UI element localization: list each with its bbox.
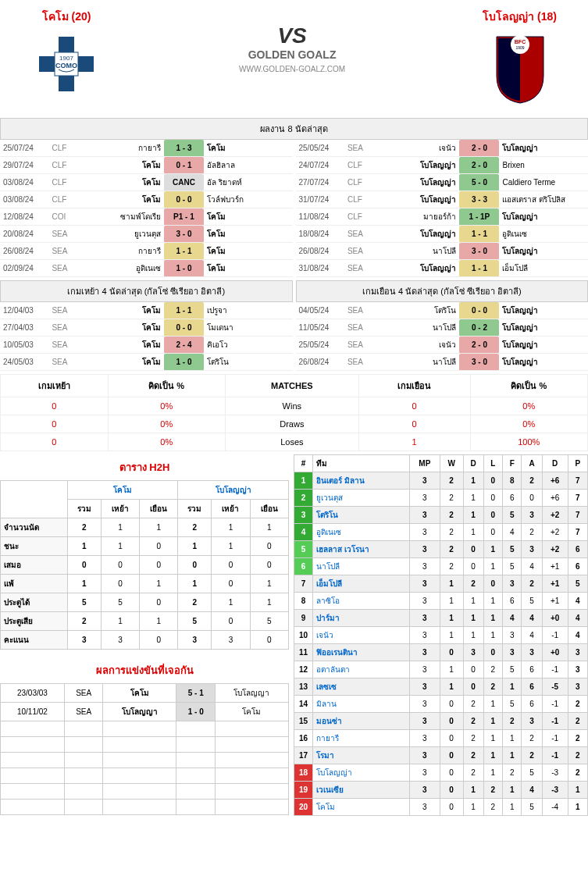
away-team-block: โบโลญญ่า (18) BFC1909 xyxy=(483,8,557,107)
match-row: 31/07/24CLFโบโลญญ่า3 - 3แอสเตราส ตริโปลิ… xyxy=(296,191,589,208)
standings-row: 8ลาซิโอ311165+14 xyxy=(294,593,588,610)
meeting-row-empty xyxy=(1,753,289,768)
match-row: 10/05/03SEAโคโม2 - 4คิเอโว xyxy=(0,337,293,354)
h2h-row: ชนะ110110 xyxy=(1,537,289,556)
last8-home-table: 25/07/24CLFกายารี1 - 3โคโม29/07/24CLFโคโ… xyxy=(0,140,293,277)
match-row: 12/08/24COIซามพ์โดเรียP1 - 1โคโม xyxy=(0,208,293,226)
match-row: 11/08/24CLFมายอร์ก้า1 - 1Pโบโลญญ่า xyxy=(296,208,589,226)
match-row: 26/08/24SEAนาโปลี3 - 0โบโลญญ่า xyxy=(296,354,589,371)
match-row: 27/04/03SEAโคโม0 - 0โมเดนา xyxy=(0,319,293,337)
meeting-row-empty xyxy=(1,721,289,737)
svg-text:BFC: BFC xyxy=(514,39,525,45)
standings-row: 20โคโม301215-41 xyxy=(294,799,588,816)
standings-row: 12อตาลันตา310256-13 xyxy=(294,661,588,679)
svg-text:1907: 1907 xyxy=(59,55,73,62)
match-row: 02/09/24SEAอูดิเนเซ1 - 0โคโม xyxy=(0,260,293,277)
match-row: 11/05/24SEAนาโปลี0 - 2โบโลญญ่า xyxy=(296,319,589,337)
match-row: 26/08/24SEAกายารี1 - 1โคโม xyxy=(0,243,293,260)
h2h-row: แพ้101101 xyxy=(1,575,289,593)
match-row: 25/05/24SEAเจนัว2 - 0โบโลญญ่า xyxy=(296,337,589,354)
h2h-title: ตาราง H2H xyxy=(0,454,289,480)
match-row: 25/07/24CLFกายารี1 - 3โคโม xyxy=(0,140,293,157)
meetings-title: ผลการแข่งขันที่เจอกัน xyxy=(0,657,289,683)
match-row: 31/08/24SEAโบโลญญ่า1 - 1เอ็มโปลี xyxy=(296,260,589,277)
standings-row: 9ปาร์มา311144+04 xyxy=(294,610,588,627)
h2h-row: จำนวนนัด211211 xyxy=(1,518,289,537)
match-row: 25/05/24SEAเจนัว2 - 0โบโลญญ่า xyxy=(296,140,589,157)
match-row: 24/05/03SEAโคโม1 - 0โตริโน xyxy=(0,354,293,371)
standings-row: 11ฟิออเรนตินา303033+03 xyxy=(294,644,588,661)
match-row: 12/04/03SEAโคโม1 - 1เปรูจา xyxy=(0,302,293,319)
vs-block: VS GOLDEN GOALZ WWW.GOLDEN-GOALZ.COM xyxy=(239,8,345,73)
summary-table: เกมเหย้าคิดเป็น %MATCHESเกมเยือนคิดเป็น … xyxy=(0,374,588,451)
standings-row: 10เจนัว311134-14 xyxy=(294,627,588,644)
match-row: 03/08/24CLFโคโม0 - 0โวล์ฟบวร์ก xyxy=(0,191,293,208)
h2h-row: ประตูได้550211 xyxy=(1,593,289,612)
match-row: 29/07/24CLFโคโม0 - 1อัลฮิลาล xyxy=(0,157,293,174)
summary-row: 00%Draws00% xyxy=(1,415,588,433)
match-row: 26/08/24SEAนาโปลี3 - 0โบโลญญ่า xyxy=(296,243,589,260)
standings-row: 18โบโลญญ่า302125-32 xyxy=(294,764,588,782)
standings-row: 15มอนซ่า302123-12 xyxy=(294,713,588,730)
standings-row: 7เอ็มโปลี312032+15 xyxy=(294,575,588,593)
vs-text: VS xyxy=(239,23,345,48)
match-row: 24/07/24CLFโบโลญญ่า2 - 0Brixen xyxy=(296,157,589,174)
match-row: 20/08/24SEAยูเวนตุส3 - 0โคโม xyxy=(0,226,293,243)
standings-row: 19เวเนเซีย301214-31 xyxy=(294,782,588,799)
match-row: 04/05/24SEAโตริโน0 - 0โบโลญญ่า xyxy=(296,302,589,319)
svg-text:COMO: COMO xyxy=(55,62,77,69)
home4-table: 12/04/03SEAโคโม1 - 1เปรูจา27/04/03SEAโคโ… xyxy=(0,302,293,371)
standings-row: 17โรมา302112-12 xyxy=(294,747,588,764)
meeting-row: 23/03/03SEAโคโม5 - 1โบโลญญา xyxy=(1,684,289,703)
away-team-name: โบโลญญ่า (18) xyxy=(483,8,557,25)
match-row: 18/08/24SEAโบโลญญ่า1 - 1อูดิเนเซ xyxy=(296,226,589,243)
meeting-row-empty xyxy=(1,800,289,815)
standings-table: #ทีมMPWDLFADP1อินเตอร์ มิลาน321082+672ยู… xyxy=(294,454,588,816)
h2h-row: เสมอ000000 xyxy=(1,556,289,575)
meeting-row-empty xyxy=(1,737,289,753)
away4-title: เกมเยือน 4 นัดล่าสุด (กัลโซ่ ซีเรียอา อิ… xyxy=(296,280,589,302)
standings-row: 6นาโปลี320154+16 xyxy=(294,558,588,575)
meeting-row-empty xyxy=(1,768,289,784)
away4-table: 04/05/24SEAโตริโน0 - 0โบโลญญ่า11/05/24SE… xyxy=(296,302,589,371)
svg-text:1909: 1909 xyxy=(515,45,524,50)
svg-point-5 xyxy=(511,35,529,54)
bologna-logo-icon: BFC1909 xyxy=(489,29,551,107)
meeting-row-empty xyxy=(1,784,289,800)
home4-title: เกมเหย้า 4 นัดล่าสุด (กัลโซ่ ซีเรียอา อิ… xyxy=(0,280,293,302)
last8-away-table: 25/05/24SEAเจนัว2 - 0โบโลญญ่า24/07/24CLF… xyxy=(296,140,589,277)
meeting-row: 10/11/02SEAโบโลญญา1 - 0โคโม xyxy=(1,703,289,721)
standings-row: 2ยูเวนตุส321060+67 xyxy=(294,490,588,507)
summary-row: 00%Loses1100% xyxy=(1,433,588,451)
match-header: โคโม (20) 1907COMO VS GOLDEN GOALZ WWW.G… xyxy=(0,0,588,115)
summary-row: 00%Wins00% xyxy=(1,397,588,415)
standings-row: 5เฮลลาส เวโรนา320153+26 xyxy=(294,541,588,558)
como-logo-icon: 1907COMO xyxy=(31,29,102,99)
standings-row: 1อินเตอร์ มิลาน321082+67 xyxy=(294,472,588,490)
standings-row: 14มิลาน302156-12 xyxy=(294,696,588,713)
home-team-block: โคโม (20) 1907COMO xyxy=(31,8,102,99)
match-row: 03/08/24CLFโคโมCANCอัล ริยาดห์ xyxy=(0,174,293,191)
h2h-table: โคโมโบโลญญ่ารวมเหย้าเยือนรวมเหย้าเยือนจำ… xyxy=(0,480,289,650)
standings-row: 4อูดิเนเซ321042+27 xyxy=(294,524,588,541)
h2h-row: คะแนน330330 xyxy=(1,631,289,650)
h2h-row: ประตูเสีย211505 xyxy=(1,612,289,631)
site-logo: GOLDEN GOALZ xyxy=(239,48,345,61)
home-team-name: โคโม (20) xyxy=(31,8,102,25)
last8-title: ผลงาน 8 นัดล่าสุด xyxy=(0,118,588,140)
site-url: WWW.GOLDEN-GOALZ.COM xyxy=(239,65,345,73)
match-row: 27/07/24CLFโบโลญญ่า5 - 0Caldiero Terme xyxy=(296,174,589,191)
standings-row: 13เลซเซ310216-53 xyxy=(294,679,588,696)
standings-row: 3โตริโน321053+27 xyxy=(294,507,588,524)
standings-row: 16กายารี302112-12 xyxy=(294,730,588,747)
meetings-table: 23/03/03SEAโคโม5 - 1โบโลญญา10/11/02SEAโบ… xyxy=(0,683,289,815)
